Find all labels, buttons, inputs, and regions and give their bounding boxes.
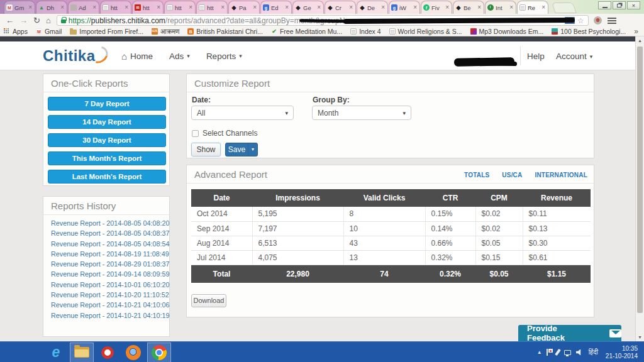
browser-tab-13[interactable]: giW× — [389, 1, 420, 14]
tab-close-icon[interactable]: × — [541, 4, 546, 11]
minimize-button[interactable] — [598, 1, 611, 9]
browser-tab-9[interactable]: gEd× — [260, 1, 292, 14]
tab-close-icon[interactable]: × — [477, 4, 482, 11]
one-click-report-button[interactable]: 30 Day Report — [48, 133, 166, 147]
reload-icon[interactable]: ↻ — [33, 16, 40, 25]
chitika-logo[interactable]: Chitika — [43, 47, 96, 65]
close-button[interactable]: × — [627, 1, 640, 9]
report-history-link[interactable]: Revenue Report - 2014-10-21 04:10:06 — [51, 300, 162, 310]
nav-item-reports[interactable]: Reports▾ — [206, 52, 242, 61]
address-bar[interactable]: https://publishers.chitika.com/reports/a… — [57, 15, 589, 26]
browser-tab-15[interactable]: ◆Be× — [453, 1, 484, 14]
chrome-menu-icon[interactable] — [608, 18, 616, 24]
report-history-link[interactable]: Revenue Report - 2014-10-01 06:10:20 — [51, 280, 162, 290]
one-click-report-button[interactable]: This Month's Report — [48, 151, 166, 165]
back-icon[interactable]: ← — [6, 16, 14, 25]
taskbar-app-ie[interactable]: e — [44, 343, 68, 362]
tab-close-icon[interactable]: × — [316, 4, 321, 11]
report-history-link[interactable]: Revenue Report - 2014-08-05 04:08:37 — [51, 228, 162, 238]
report-history-link[interactable]: Revenue Report - 2014-08-05 04:08:54 — [51, 239, 162, 249]
tab-close-icon[interactable]: × — [156, 4, 161, 11]
tab-close-icon[interactable]: × — [124, 4, 129, 11]
browser-tab-7[interactable]: htt× — [196, 1, 228, 14]
bookmarks-overflow-chevron[interactable]: » — [634, 27, 638, 36]
hidden-icons-icon[interactable]: ▲ — [537, 349, 542, 355]
bookmark-item[interactable]: 100 Best Psychologi... — [552, 28, 626, 35]
bookmark-item[interactable]: Mp3 Downloads Em... — [470, 28, 544, 35]
taskbar-app-opera[interactable] — [96, 343, 119, 362]
tab-close-icon[interactable]: × — [284, 4, 289, 11]
tab-close-icon[interactable]: × — [60, 4, 65, 11]
restore-button[interactable] — [613, 1, 626, 9]
taskbar-clock[interactable]: 10:3521-10-2014 — [606, 345, 638, 360]
taskbar-app-firefox[interactable] — [121, 343, 145, 362]
input-pen-icon[interactable] — [555, 349, 561, 356]
browser-tab-3[interactable]: Ad× — [68, 1, 99, 14]
one-click-report-button[interactable]: 7 Day Report — [48, 97, 166, 111]
network-icon[interactable] — [564, 350, 571, 355]
browser-tab-10[interactable]: ◆Ge× — [292, 1, 324, 14]
browser-tab-11[interactable]: ◆Cr× — [325, 1, 356, 14]
apps-shortcut[interactable]: Apps — [4, 28, 28, 35]
forward-icon[interactable]: → — [19, 16, 28, 25]
date-select[interactable]: All▾ — [191, 106, 294, 120]
bookmark-item[interactable]: HJSआक्रमण — [152, 28, 179, 36]
tab-close-icon[interactable]: × — [348, 4, 353, 11]
browser-tab-4[interactable]: htt× — [100, 1, 131, 14]
browser-tab-6[interactable]: htt× — [164, 1, 196, 14]
language-indicator[interactable]: हिंदी — [589, 348, 598, 356]
browser-tab-17[interactable]: Re× — [517, 1, 548, 14]
tab-close-icon[interactable]: × — [380, 4, 386, 11]
bookmark-item[interactable]: BBritish Pakistani Chri... — [187, 28, 263, 35]
one-click-report-button[interactable]: 14 Day Report — [48, 115, 166, 129]
taskbar-app-explorer[interactable] — [70, 343, 94, 362]
save-dropdown-caret[interactable]: ▾ — [248, 143, 257, 156]
report-history-link[interactable]: Revenue Report - 2014-09-14 08:09:59 — [51, 269, 162, 279]
tab-close-icon[interactable]: × — [413, 4, 418, 11]
nav-item-ads[interactable]: Ads▾ — [169, 52, 190, 61]
new-tab-button[interactable] — [552, 3, 577, 13]
report-history-link[interactable]: Revenue Report - 2014-08-19 11:08:49 — [51, 249, 162, 259]
browser-tab-14[interactable]: fFiv× — [421, 1, 452, 14]
report-scope-link[interactable]: TOTALS — [464, 172, 489, 178]
tab-close-icon[interactable]: × — [188, 4, 193, 11]
volume-icon[interactable] — [576, 349, 583, 356]
bookmark-item[interactable]: MGmail — [36, 28, 62, 35]
group-by-select[interactable]: Month▾ — [312, 106, 411, 120]
browser-tab-1[interactable]: MGm× — [4, 1, 35, 14]
browser-tab-5[interactable]: IBhtt× — [132, 1, 164, 14]
tab-close-icon[interactable]: × — [509, 4, 514, 11]
bookmark-item[interactable]: Imported From Firef... — [70, 28, 143, 35]
tab-close-icon[interactable]: × — [92, 4, 97, 11]
taskbar-app-chrome[interactable] — [147, 343, 171, 362]
provide-feedback-button[interactable]: Provide Feedback — [518, 325, 621, 341]
action-center-flag-icon[interactable] — [547, 349, 552, 356]
help-link[interactable]: Help — [527, 52, 545, 61]
report-history-link[interactable]: Revenue Report - 2014-10-20 11:10:52 — [51, 290, 162, 300]
tab-close-icon[interactable]: × — [252, 4, 257, 11]
browser-tab-12[interactable]: ◆De× — [357, 1, 388, 14]
tab-close-icon[interactable]: × — [28, 4, 33, 11]
account-menu[interactable]: Account▾ — [556, 52, 592, 61]
report-scope-link[interactable]: INTERNATIONAL — [535, 172, 587, 178]
browser-tab-2[interactable]: ▲Dh× — [36, 1, 67, 14]
tab-close-icon[interactable]: × — [445, 4, 450, 11]
report-scope-link[interactable]: US/CA — [502, 172, 522, 178]
https-lock-icon[interactable] — [61, 19, 66, 23]
select-channels-checkbox[interactable] — [192, 130, 199, 137]
nav-item-home[interactable]: ⌂Home — [121, 51, 153, 62]
browser-tab-8[interactable]: ◆Pa× — [228, 1, 260, 14]
bookmark-item[interactable]: Index 4 — [350, 28, 380, 35]
bookmark-item[interactable]: ✔Free Meditation Mu... — [271, 28, 342, 35]
browser-tab-16[interactable]: Int× — [485, 1, 516, 14]
download-button[interactable]: Download — [191, 294, 226, 307]
home-icon[interactable]: ⌂ — [46, 16, 51, 25]
one-click-report-button[interactable]: Last Month's Report — [48, 170, 166, 184]
bookmark-star-icon[interactable]: ☆ — [577, 17, 584, 25]
bookmark-item[interactable]: World Religions & S... — [389, 28, 462, 35]
tab-close-icon[interactable]: × — [220, 4, 225, 11]
show-button[interactable]: Show — [191, 143, 221, 156]
report-history-link[interactable]: Revenue Report - 2014-08-05 04:08:20 — [51, 218, 162, 228]
scrollbar-thumb[interactable] — [637, 47, 643, 313]
page-scrollbar[interactable]: ▲ ▼ — [635, 36, 644, 341]
